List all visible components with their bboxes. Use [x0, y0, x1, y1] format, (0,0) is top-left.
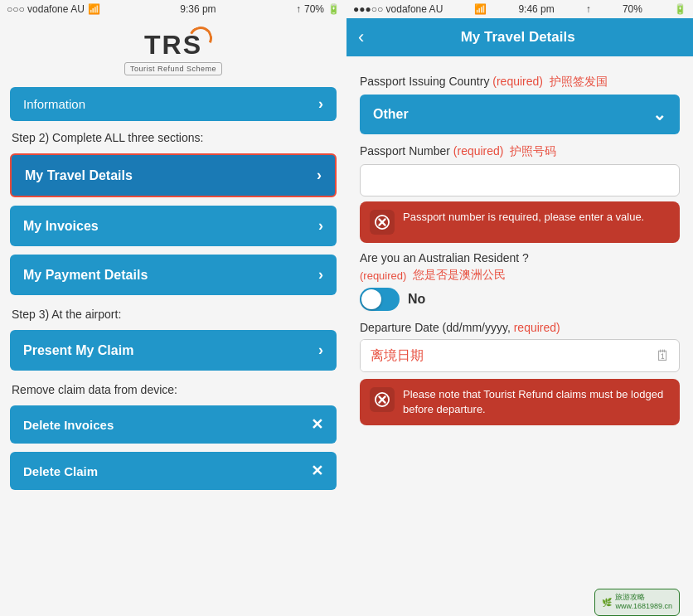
departure-required-label: required)	[514, 321, 560, 334]
watermark-area: 🌿 旅游攻略 www.1681989.cn	[346, 582, 693, 616]
my-invoices-button[interactable]: My Invoices ›	[10, 206, 337, 246]
passport-country-label: Passport Issuing Country (required) 护照签发…	[360, 75, 680, 90]
delete-claim-cross-icon: ✕	[311, 462, 323, 480]
time-left: 9:36 pm	[180, 3, 216, 15]
logo-area: TRS Tourist Refund Scheme	[0, 18, 346, 84]
trs-logo-sub: Tourist Refund Scheme	[124, 62, 222, 75]
battery-label-right: 70%	[623, 3, 642, 15]
toggle-knob	[361, 289, 381, 309]
battery-icon-right: 🔋	[674, 3, 686, 15]
delete-claim-label: Delete Claim	[23, 464, 98, 478]
travel-details-chevron-icon: ›	[317, 167, 322, 184]
passport-error-box: Passport number is required, please ente…	[360, 201, 680, 243]
resident-required-row: (required) 您是否是澳洲公民	[360, 268, 680, 283]
passport-country-chinese: 护照签发国	[550, 75, 608, 88]
my-travel-details-button[interactable]: My Travel Details ›	[10, 153, 337, 197]
back-button[interactable]: ‹	[358, 27, 364, 48]
present-my-claim-button[interactable]: Present My Claim ›	[10, 330, 337, 371]
gps-icon-right: ↑	[586, 3, 591, 15]
watermark-badge: 🌿 旅游攻略 www.1681989.cn	[594, 589, 680, 616]
departure-date-input[interactable]	[361, 340, 647, 371]
invoices-chevron-icon: ›	[318, 217, 323, 235]
network-label-left: ○○○ vodafone AU	[7, 3, 85, 15]
my-payment-details-button[interactable]: My Payment Details ›	[10, 255, 337, 295]
network-info-left: ○○○ vodafone AU 📶	[7, 3, 100, 15]
page-title: My Travel Details	[372, 29, 663, 46]
delete-invoices-button[interactable]: Delete Invoices ✕	[10, 405, 337, 444]
passport-country-value: Other	[373, 107, 409, 122]
step2-text: Step 2) Complete ALL three sections:	[0, 124, 346, 149]
step3-text: Step 3) At the airport:	[0, 299, 346, 326]
information-label: Information	[23, 97, 85, 111]
resident-section: Are you an Australian Resident ? (requir…	[360, 251, 680, 311]
resident-toggle-label: No	[408, 292, 425, 307]
wifi-icon-left: 📶	[88, 3, 100, 15]
status-bar-left: ○○○ vodafone AU 📶 9:36 pm ↑ 70% 🔋	[0, 0, 346, 18]
watermark-text: 旅游攻略 www.1681989.cn	[615, 593, 672, 612]
wifi-icon-right: 📶	[474, 3, 487, 15]
payment-details-chevron-icon: ›	[318, 266, 323, 284]
delete-invoices-label: Delete Invoices	[23, 418, 114, 432]
battery-label-left: 70%	[304, 3, 324, 15]
my-invoices-label: My Invoices	[23, 219, 99, 234]
passport-country-dropdown[interactable]: Other ⌄	[360, 95, 680, 134]
resident-toggle[interactable]	[360, 288, 400, 311]
right-panel: ●●●○○ vodafone AU 📶 9:46 pm ↑ 70% 🔋 ‹ My…	[346, 0, 693, 616]
passport-number-label: Passport Number (required) 护照号码	[360, 144, 680, 159]
passport-error-icon	[370, 210, 395, 235]
passport-number-required: (required)	[453, 144, 504, 158]
my-travel-details-label: My Travel Details	[25, 168, 133, 183]
passport-country-required: (required)	[492, 75, 543, 88]
form-content: Passport Issuing Country (required) 护照签发…	[346, 56, 693, 582]
information-button[interactable]: Information ›	[10, 87, 337, 121]
watermark-icon: 🌿	[602, 598, 612, 607]
passport-error-text: Passport number is required, please ente…	[403, 210, 644, 225]
departure-date-label: Departure Date (dd/mm/yyyy, required)	[360, 321, 680, 334]
remove-text: Remove claim data from device:	[0, 375, 346, 401]
delete-invoices-cross-icon: ✕	[311, 415, 323, 434]
gps-icon-left: ↑	[296, 3, 301, 15]
battery-icon-left: 🔋	[327, 3, 340, 15]
departure-error-box: Please note that Tourist Refund claims m…	[360, 379, 680, 425]
right-header: ‹ My Travel Details	[346, 18, 693, 56]
departure-error-text: Please note that Tourist Refund claims m…	[403, 387, 670, 417]
calendar-icon[interactable]: 🗓	[647, 347, 679, 365]
information-chevron-icon: ›	[318, 95, 323, 113]
resident-toggle-row: No	[360, 288, 680, 311]
passport-number-input[interactable]	[360, 164, 680, 196]
time-right: 9:46 pm	[518, 3, 554, 15]
departure-error-icon	[370, 387, 395, 412]
delete-claim-button[interactable]: Delete Claim ✕	[10, 452, 337, 490]
dropdown-chevron-icon: ⌄	[652, 104, 666, 124]
departure-input-row: 🗓	[360, 339, 680, 372]
present-claim-chevron-icon: ›	[318, 342, 323, 359]
my-payment-details-label: My Payment Details	[23, 268, 148, 283]
passport-number-chinese: 护照号码	[510, 144, 556, 158]
resident-required-label: (required)	[360, 269, 406, 282]
resident-chinese-label: 您是否是澳洲公民	[413, 268, 506, 283]
network-label-right: ●●●○○ vodafone AU	[353, 3, 443, 15]
status-bar-right: ●●●○○ vodafone AU 📶 9:46 pm ↑ 70% 🔋	[346, 0, 693, 18]
resident-question-label: Are you an Australian Resident ?	[360, 251, 680, 264]
present-my-claim-label: Present My Claim	[23, 343, 133, 358]
battery-area-left: ↑ 70% 🔋	[296, 3, 340, 15]
trs-logo: TRS Tourist Refund Scheme	[124, 30, 222, 75]
trs-logo-main: TRS	[144, 30, 202, 61]
left-panel: ○○○ vodafone AU 📶 9:36 pm ↑ 70% 🔋 TRS To…	[0, 0, 346, 616]
